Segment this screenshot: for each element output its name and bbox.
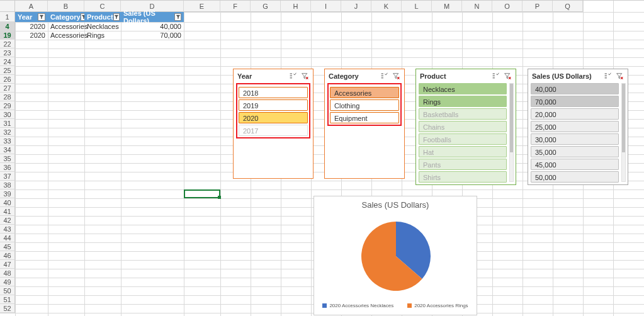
row-header[interactable]: 1 [0, 12, 15, 22]
row-header[interactable]: 25 [0, 66, 15, 75]
col-header[interactable]: I [311, 1, 341, 12]
slicer-item[interactable]: 70,000 [531, 96, 619, 107]
slicer-item[interactable]: Chains [419, 121, 507, 132]
row-header[interactable]: 4 [0, 22, 15, 31]
row-header[interactable]: 52 [0, 304, 15, 313]
row-header[interactable]: 42 [0, 216, 15, 225]
row-header[interactable]: 39 [0, 189, 15, 198]
slicer-item[interactable]: 2020 [239, 112, 308, 123]
multiselect-icon[interactable] [604, 72, 612, 81]
col-header[interactable]: B [48, 1, 84, 12]
col-header[interactable]: C [84, 1, 121, 12]
row-header[interactable]: 41 [0, 207, 15, 216]
col-header[interactable]: P [523, 1, 553, 12]
col-header[interactable]: H [281, 1, 311, 12]
col-header[interactable]: M [432, 1, 462, 12]
row-header[interactable]: 24 [0, 57, 15, 66]
col-header[interactable]: F [220, 1, 251, 12]
multiselect-icon[interactable] [289, 72, 297, 81]
col-header[interactable]: K [371, 1, 402, 12]
select-all-corner[interactable] [0, 1, 15, 12]
col-header[interactable]: J [341, 1, 371, 12]
row-header[interactable]: 48 [0, 269, 15, 278]
slicer-item[interactable]: Clothing [330, 99, 399, 111]
slicer-item[interactable]: 2019 [239, 99, 308, 111]
row-header[interactable]: 40 [0, 198, 15, 207]
slicer-item[interactable]: Footballs [419, 133, 507, 145]
cell[interactable]: Rings [84, 31, 121, 40]
cell[interactable]: Accessories [48, 22, 84, 31]
table-header[interactable]: Year [15, 12, 48, 22]
row-header[interactable]: 50 [0, 286, 15, 295]
col-header[interactable]: Q [553, 1, 583, 12]
slicer-item[interactable]: 30,000 [531, 133, 619, 145]
slicer-item[interactable]: 25,000 [531, 121, 619, 132]
slicer-item[interactable]: 40,000 [531, 83, 619, 94]
slicer-item[interactable]: 45,000 [531, 159, 619, 170]
row-header[interactable]: 36 [0, 163, 15, 172]
table-header[interactable]: Category [48, 12, 84, 22]
row-header[interactable]: 37 [0, 172, 15, 181]
col-header[interactable]: E [184, 1, 220, 12]
slicer-item[interactable]: 2018 [239, 87, 308, 98]
cell[interactable]: 2020 [15, 31, 48, 40]
table-header[interactable]: Sales (US Dollars) [121, 12, 184, 22]
row-header[interactable]: 45 [0, 242, 15, 251]
cell[interactable]: 40,000 [121, 22, 184, 31]
slicer-item[interactable]: Shirts [419, 171, 507, 183]
col-header[interactable]: L [402, 1, 432, 12]
slicer-item[interactable]: Accessories [330, 87, 399, 98]
fill-handle[interactable] [218, 196, 221, 199]
slicer-item[interactable]: Basketballs [419, 108, 507, 120]
col-header[interactable]: O [492, 1, 523, 12]
row-header[interactable]: 43 [0, 225, 15, 234]
pie-chart[interactable]: Sales (US Dollars) 2020 Accessories Neck… [314, 196, 477, 315]
filter-dropdown-icon[interactable] [174, 13, 181, 21]
row-header[interactable]: 34 [0, 145, 15, 154]
row-header[interactable]: 26 [0, 75, 15, 84]
col-header[interactable]: N [462, 1, 492, 12]
row-header[interactable]: 51 [0, 295, 15, 304]
slicer-item[interactable]: Rings [419, 96, 507, 107]
row-header[interactable]: 49 [0, 278, 15, 286]
clear-filter-icon[interactable] [504, 72, 512, 81]
row-header[interactable]: 31 [0, 119, 15, 128]
row-header[interactable]: 38 [0, 181, 15, 189]
slicer-category[interactable]: Category AccessoriesClothingEquipment [324, 69, 405, 179]
slicer-item[interactable]: Equipment [330, 112, 399, 123]
cell[interactable]: 2020 [15, 22, 48, 31]
cell[interactable]: Necklaces [84, 22, 121, 31]
filter-dropdown-icon[interactable] [38, 13, 45, 21]
row-header[interactable]: 30 [0, 110, 15, 119]
row-header[interactable]: 23 [0, 48, 15, 57]
clear-filter-icon[interactable] [616, 72, 624, 81]
row-header[interactable]: 46 [0, 251, 15, 260]
slicer-item[interactable]: 2017 [239, 125, 308, 136]
multiselect-icon[interactable] [492, 72, 500, 81]
row-header[interactable]: 29 [0, 101, 15, 110]
scrollbar[interactable] [509, 83, 514, 182]
slicer-item[interactable]: 50,000 [531, 171, 619, 183]
row-header[interactable]: 47 [0, 260, 15, 269]
row-header[interactable]: 19 [0, 31, 15, 40]
clear-filter-icon[interactable] [301, 72, 309, 81]
row-header[interactable]: 22 [0, 40, 15, 48]
multiselect-icon[interactable] [380, 72, 388, 81]
slicer-year[interactable]: Year 2018201920202017 [233, 69, 314, 179]
row-header[interactable]: 33 [0, 137, 15, 145]
scrollbar[interactable] [621, 83, 626, 182]
table-header[interactable]: Product [84, 12, 121, 22]
row-header[interactable]: 32 [0, 128, 15, 137]
row-header[interactable]: 28 [0, 93, 15, 101]
col-header[interactable]: G [251, 1, 281, 12]
slicer-sales[interactable]: Sales (US Dollars) 40,00070,00020,00025,… [528, 69, 628, 185]
row-header[interactable]: 27 [0, 84, 15, 93]
slicer-product[interactable]: Product NecklacesRingsBasketballsChainsF… [415, 69, 516, 185]
cell[interactable]: 70,000 [121, 31, 184, 40]
clear-filter-icon[interactable] [392, 72, 400, 81]
filter-dropdown-icon[interactable] [113, 13, 120, 21]
slicer-item[interactable]: 20,000 [531, 108, 619, 120]
cell[interactable]: Accessories [48, 31, 84, 40]
row-header[interactable]: 35 [0, 154, 15, 163]
row-header[interactable]: 44 [0, 234, 15, 242]
